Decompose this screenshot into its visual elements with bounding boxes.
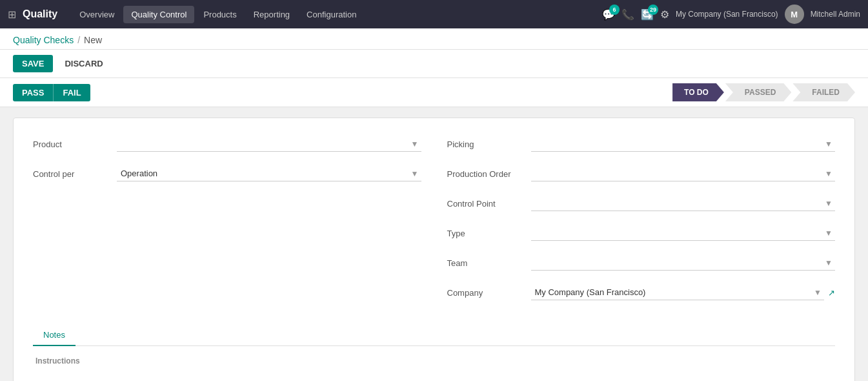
product-row: Product ▼ [33, 134, 421, 154]
type-label: Type [447, 229, 531, 238]
form-card: Product ▼ Control per Operation ▼ [13, 118, 855, 381]
product-label: Product [33, 139, 117, 149]
company-select-wrap: My Company (San Francisco) ▼ [531, 285, 825, 300]
discard-button[interactable]: DISCARD [58, 55, 109, 72]
notes-section: Instructions Notes [33, 356, 835, 381]
settings-icon-btn[interactable]: ⚙ [660, 8, 669, 21]
pass-button[interactable]: PASS [13, 84, 53, 101]
breadcrumb-current: New [84, 35, 102, 45]
instructions-input[interactable] [35, 369, 833, 381]
production-order-row: Production Order ▼ [447, 163, 836, 184]
instructions-block: Instructions [35, 356, 833, 381]
instructions-label: Instructions [35, 356, 833, 366]
control-per-label: Control per [33, 169, 117, 179]
main-content: Product ▼ Control per Operation ▼ [0, 107, 868, 381]
top-navigation: ⊞ Quality Overview Quality Control Produ… [0, 0, 868, 28]
pipeline-step-passed[interactable]: PASSED [725, 83, 791, 101]
pipeline-step-failed[interactable]: FAILED [792, 83, 855, 101]
nav-configuration[interactable]: Configuration [299, 6, 364, 23]
type-row: Type ▼ [447, 223, 836, 243]
avatar[interactable]: M [785, 5, 804, 24]
control-point-label: Control Point [447, 199, 531, 209]
nav-overview[interactable]: Overview [72, 6, 122, 23]
control-point-select[interactable] [531, 196, 836, 211]
username: Mitchell Admin [811, 10, 860, 19]
control-per-select[interactable]: Operation [117, 166, 421, 181]
control-per-select-wrap: Operation ▼ [117, 166, 421, 181]
pipeline-step-todo[interactable]: TO DO [672, 83, 724, 101]
notes-tabs: Notes [33, 325, 835, 346]
company-field-wrap: My Company (San Francisco) ▼ ↗ [531, 285, 836, 300]
status-bar: PASSFAIL TO DO PASSED FAILED [0, 78, 868, 107]
company-select[interactable]: My Company (San Francisco) [531, 285, 825, 300]
activity-icon-btn[interactable]: 🔄 29 [641, 8, 654, 21]
app-brand: Quality [23, 8, 57, 20]
product-select-wrap: ▼ [117, 136, 421, 152]
breadcrumb-separator: / [77, 35, 80, 45]
status-pipeline: TO DO PASSED FAILED [672, 83, 855, 101]
team-select-wrap: ▼ [531, 255, 836, 271]
team-select[interactable] [531, 255, 836, 271]
form-left-section: Product ▼ Control per Operation ▼ [33, 134, 421, 312]
nav-quality-control[interactable]: Quality Control [123, 6, 194, 23]
nav-products[interactable]: Products [196, 6, 244, 23]
chat-badge: 6 [609, 5, 620, 15]
tab-notes[interactable]: Notes [33, 325, 76, 346]
product-select[interactable] [117, 136, 421, 152]
control-point-row: Control Point ▼ [447, 193, 836, 214]
chat-icon-btn[interactable]: 💬 6 [602, 8, 615, 21]
production-order-select-wrap: ▼ [531, 166, 836, 181]
team-row: Team ▼ [447, 252, 836, 273]
type-select-wrap: ▼ [531, 225, 836, 241]
production-order-select[interactable] [531, 166, 836, 181]
company-label: Company [447, 288, 531, 298]
company-row: Company My Company (San Francisco) ▼ ↗ [447, 282, 836, 303]
production-order-label: Production Order [447, 169, 531, 179]
activity-badge: 29 [648, 5, 658, 15]
picking-row: Picking ▼ [447, 134, 836, 154]
type-select[interactable] [531, 225, 836, 241]
picking-label: Picking [447, 139, 531, 149]
form-right-section: Picking ▼ Production Order ▼ [447, 134, 836, 312]
save-button[interactable]: SAVE [13, 55, 53, 72]
nav-reporting[interactable]: Reporting [246, 6, 298, 23]
grid-icon[interactable]: ⊞ [8, 8, 16, 21]
team-label: Team [447, 258, 531, 268]
picking-select[interactable] [531, 136, 836, 152]
nav-menu: Overview Quality Control Products Report… [72, 6, 598, 23]
form-grid: Product ▼ Control per Operation ▼ [33, 134, 835, 312]
company-external-link-icon[interactable]: ↗ [828, 288, 835, 298]
action-bar: SAVE DISCARD [0, 50, 868, 78]
topnav-right: 💬 6 📞 🔄 29 ⚙ My Company (San Francisco) … [602, 5, 860, 24]
picking-select-wrap: ▼ [531, 136, 836, 152]
control-point-select-wrap: ▼ [531, 196, 836, 211]
company-name: My Company (San Francisco) [676, 10, 778, 19]
breadcrumb-link[interactable]: Quality Checks [13, 35, 74, 45]
control-per-row: Control per Operation ▼ [33, 163, 421, 184]
phone-icon-btn[interactable]: 📞 [621, 8, 634, 21]
breadcrumb: Quality Checks / New [0, 28, 868, 50]
fail-button[interactable]: FAIL [53, 84, 90, 101]
